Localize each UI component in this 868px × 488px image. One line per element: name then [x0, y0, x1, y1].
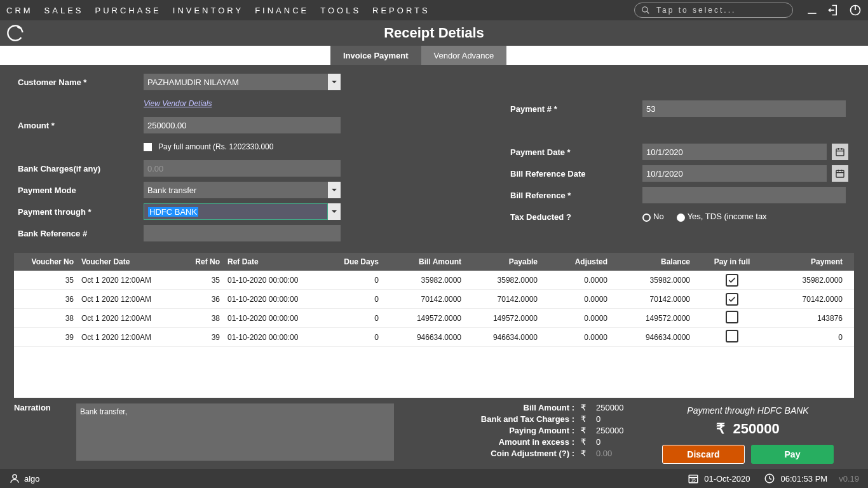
status-time: 06:01:53 PM: [780, 474, 827, 484]
pay-in-full-checkbox[interactable]: [726, 293, 738, 306]
tab-row: Invoice Payment Vendor Advance: [0, 46, 868, 65]
table-row[interactable]: 39Oct 1 2020 12:00AM3901-10-2020 00:00:0…: [14, 328, 854, 347]
tax-deducted-label: Tax Deducted ?: [510, 212, 637, 222]
bottom-panel: Narration Bank transfer, Bill Amount :₹2…: [0, 398, 868, 470]
table-row[interactable]: 38Oct 1 2020 12:00AM3801-10-2020 00:00:0…: [14, 309, 854, 328]
payment-date-label: Payment Date *: [510, 147, 637, 157]
menu-purchase[interactable]: PURCHASE: [95, 6, 161, 15]
tax-no-radio[interactable]: No: [642, 212, 664, 221]
title-row: Receipt Detials: [0, 20, 868, 46]
top-menu-bar: CRM SALES PURCHASE INVENTORY FINANCE TOO…: [0, 0, 868, 20]
view-vendor-link[interactable]: View Vendor Detials: [144, 99, 212, 108]
svg-line-1: [647, 11, 649, 14]
bill-ref-date-input[interactable]: 10/1/2020: [642, 165, 827, 182]
logout-icon[interactable]: [827, 4, 840, 17]
payment-through-select[interactable]: HDFC BANK: [144, 203, 328, 220]
customer-name-select[interactable]: PAZHAMUDIR NILAYAM: [144, 74, 328, 90]
payment-no-input[interactable]: 53: [642, 100, 846, 117]
payment-through-dropdown-icon[interactable]: [328, 203, 341, 220]
tax-yes-radio[interactable]: Yes, TDS (income tax: [677, 212, 767, 221]
table-header: Voucher No Voucher Date Ref No Ref Date …: [14, 253, 854, 271]
back-button[interactable]: [6, 24, 24, 42]
pay-full-checkbox[interactable]: [144, 143, 152, 151]
pay-button[interactable]: Pay: [751, 445, 834, 464]
menu-reports[interactable]: REPORTS: [372, 6, 430, 15]
col-pay-in-full: Pay in full: [694, 257, 770, 266]
power-icon[interactable]: [849, 4, 862, 17]
bill-ref-label: Bill Reference *: [510, 191, 637, 200]
svg-point-13: [13, 475, 17, 478]
payment-mode-label: Payment Mode: [18, 186, 139, 195]
payment-mode-dropdown-icon[interactable]: [328, 182, 341, 198]
status-bar: algo 15 01-Oct-2020 06:01:53 PM v0.19: [0, 469, 868, 488]
user-icon: [9, 473, 20, 484]
summary-bank-tax-label: Bank and Tax Charges :: [481, 414, 574, 424]
form-area: Customer Name * PAZHAMUDIR NILAYAM View …: [0, 65, 868, 245]
narration-input[interactable]: Bank transfer,: [76, 403, 394, 461]
calendar-icon: 15: [688, 473, 699, 484]
summary-coin-label: Coin Adjustment (?) :: [491, 449, 574, 458]
col-adjusted: Adjusted: [541, 257, 611, 266]
bill-ref-date-calendar-icon[interactable]: [832, 165, 848, 182]
search-icon: [641, 6, 650, 15]
minimize-icon[interactable]: [806, 4, 818, 17]
pay-in-full-checkbox[interactable]: [726, 330, 738, 342]
col-ref-date: Ref Date: [224, 257, 319, 266]
col-payment: Payment: [770, 257, 846, 266]
status-date: 01-Oct-2020: [704, 474, 750, 484]
tab-vendor-advance[interactable]: Vendor Advance: [421, 46, 507, 65]
tab-invoice-payment[interactable]: Invoice Payment: [330, 46, 421, 65]
col-ref-no: Ref No: [166, 257, 224, 266]
payment-mode-select[interactable]: Bank transfer: [144, 182, 328, 198]
customer-name-label: Customer Name *: [18, 78, 139, 87]
menu-tools[interactable]: TOOLS: [320, 6, 361, 15]
summary-bank-tax-value: 0: [596, 414, 633, 424]
summary-bill-amount-value: 250000: [596, 403, 633, 412]
menu-inventory[interactable]: INVENTORY: [173, 6, 243, 15]
payment-date-input[interactable]: 10/1/2020: [642, 144, 827, 160]
bill-ref-input[interactable]: [642, 187, 846, 203]
voucher-table: Voucher No Voucher Date Ref No Ref Date …: [14, 253, 854, 398]
col-voucher-date: Voucher Date: [78, 257, 166, 266]
summary-panel: Bill Amount :₹250000 Bank and Tax Charge…: [404, 403, 633, 470]
col-balance: Balance: [611, 257, 694, 266]
menu-crm[interactable]: CRM: [6, 6, 33, 15]
pay-amount: ₹ 250000: [716, 421, 780, 437]
col-voucher-no: Voucher No: [14, 257, 78, 266]
clock-icon: [764, 473, 775, 484]
svg-rect-9: [836, 170, 844, 177]
svg-point-0: [642, 7, 648, 12]
summary-coin-value: 0.00: [596, 449, 633, 458]
pay-in-full-checkbox[interactable]: [726, 311, 738, 323]
pay-full-label: Pay full amount (Rs. 1202330.000: [158, 142, 273, 151]
search-input[interactable]: Tap to select...: [634, 3, 793, 18]
amount-label: Amount *: [18, 121, 139, 130]
menu-sales[interactable]: SALES: [44, 6, 84, 15]
table-row[interactable]: 35Oct 1 2020 12:00AM3501-10-2020 00:00:0…: [14, 271, 854, 290]
status-user: algo: [9, 473, 40, 484]
svg-rect-5: [836, 149, 844, 156]
search-placeholder: Tap to select...: [656, 6, 736, 15]
payment-no-label: Payment # *: [510, 104, 637, 114]
bank-charges-label: Bank Charges(if any): [18, 164, 139, 173]
summary-excess-value: 0: [596, 437, 633, 447]
svg-text:15: 15: [691, 478, 696, 482]
payment-date-calendar-icon[interactable]: [832, 144, 848, 160]
table-row[interactable]: 36Oct 1 2020 12:00AM3601-10-2020 00:00:0…: [14, 290, 854, 309]
customer-name-dropdown-icon[interactable]: [328, 74, 341, 90]
table-body[interactable]: 35Oct 1 2020 12:00AM3501-10-2020 00:00:0…: [14, 271, 854, 398]
col-bill-amount: Bill Amount: [383, 257, 465, 266]
discard-button[interactable]: Discard: [662, 445, 745, 464]
amount-input[interactable]: 250000.00: [144, 117, 341, 133]
menu-finance[interactable]: FINANCE: [255, 6, 309, 15]
col-due-days: Due Days: [319, 257, 383, 266]
pay-in-full-checkbox[interactable]: [726, 274, 738, 287]
bank-reference-input[interactable]: [144, 225, 341, 241]
pay-through-text: Payment through HDFC BANK: [687, 405, 808, 416]
page-title: Receipt Detials: [384, 25, 484, 41]
bank-charges-input[interactable]: 0.00: [144, 160, 341, 177]
summary-paying-label: Paying Amount :: [509, 426, 574, 435]
summary-bill-amount-label: Bill Amount :: [524, 403, 574, 412]
col-payable: Payable: [465, 257, 541, 266]
bank-reference-label: Bank Reference #: [18, 229, 139, 238]
